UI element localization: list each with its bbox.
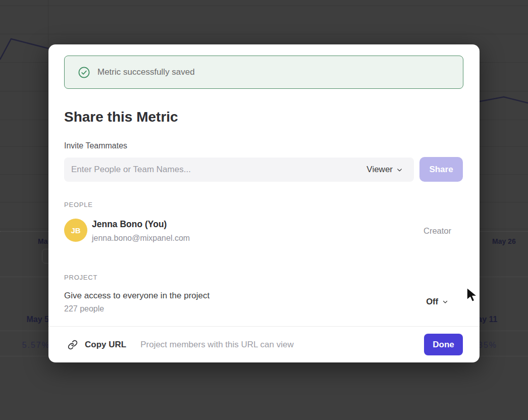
role-dropdown[interactable]: Viewer: [366, 165, 414, 175]
success-banner-message: Metric successfully saved: [97, 67, 195, 77]
link-icon: [68, 340, 78, 350]
check-circle-icon: [78, 67, 90, 78]
done-button[interactable]: Done: [424, 334, 463, 355]
chevron-down-icon: [396, 167, 403, 173]
people-section-label: PEOPLE: [64, 201, 93, 208]
share-button[interactable]: Share: [419, 157, 463, 182]
chart-line-right: [480, 97, 528, 103]
copy-url-label: Copy URL: [85, 340, 126, 350]
chart-line-left: [0, 39, 48, 60]
project-section-label: PROJECT: [64, 274, 97, 281]
share-metric-modal: Metric successfully saved Share this Met…: [48, 44, 480, 362]
role-dropdown-value: Viewer: [366, 165, 393, 175]
project-access-dropdown-value: Off: [426, 297, 438, 306]
chevron-down-icon: [442, 299, 448, 305]
table-value-cell: 5.57%: [0, 341, 50, 350]
member-name: Jenna Bono (You): [92, 219, 167, 230]
copy-url-hint: Project members with this URL can view: [140, 340, 294, 350]
x-axis-label: May 26: [492, 237, 516, 245]
invite-input-container: Viewer: [64, 158, 414, 182]
project-access-label: Give access to everyone in the project: [64, 291, 209, 301]
modal-footer: Copy URL Project members with this URL c…: [48, 326, 480, 362]
member-role: Creator: [424, 226, 451, 236]
copy-url-button[interactable]: Copy URL: [68, 340, 126, 350]
table-value-cell: 35%: [478, 341, 497, 350]
table-header-cell: May 5: [0, 315, 49, 324]
member-email: jenna.bono@mixpanel.com: [92, 234, 190, 243]
success-banner: Metric successfully saved: [64, 56, 463, 89]
x-axis-label: Ma: [38, 237, 47, 245]
invite-teammates-label: Invite Teammates: [64, 141, 127, 150]
project-access-dropdown[interactable]: Off: [426, 297, 448, 306]
invite-input[interactable]: [64, 158, 366, 182]
avatar: JB: [64, 219, 87, 242]
modal-title: Share this Metric: [64, 109, 178, 125]
project-member-count: 227 people: [64, 304, 104, 313]
